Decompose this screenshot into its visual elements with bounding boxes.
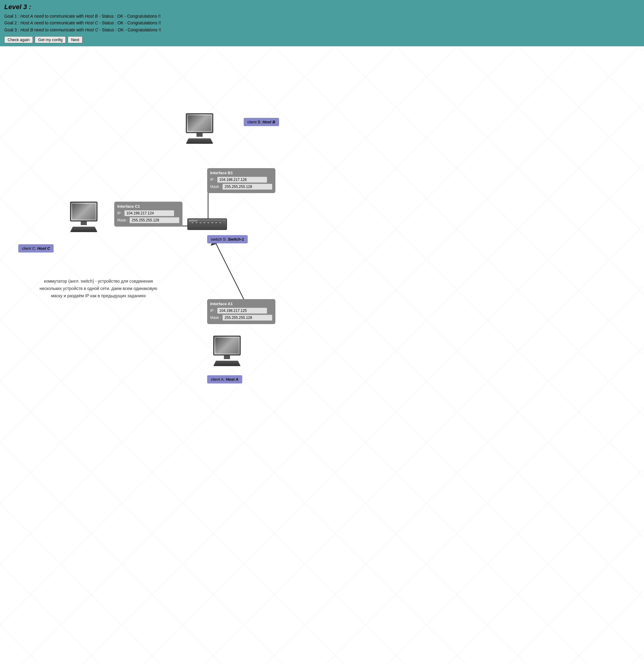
interface-b1-box: Interface B1 IP : Mask : xyxy=(207,168,275,193)
info-text: коммутатор (англ. switch) - устройство д… xyxy=(40,278,157,299)
check-again-button[interactable]: Check again xyxy=(4,36,33,43)
interface-a1-ip[interactable] xyxy=(217,308,267,314)
interface-b1-ip[interactable] xyxy=(217,177,267,183)
switch-s-label: switch S: Switch-1 xyxy=(207,235,248,243)
button-row: Check again Get my config Next xyxy=(4,36,640,43)
goal-2: Goal 2 : Host A need to communicate with… xyxy=(4,20,640,26)
header: Level 3 : Goal 1 : Host A need to commun… xyxy=(0,0,644,46)
switch-s-icon: NetGear xyxy=(187,219,227,235)
client-c-label: client C: Host C xyxy=(18,244,54,252)
host-b-computer xyxy=(183,113,216,147)
client-a-label: client A: Host A xyxy=(207,375,242,383)
network-canvas: client B: Host B Interface B1 IP : Mask … xyxy=(0,46,644,664)
interface-a1-box: Interface A1 IP : Mask : xyxy=(207,299,275,324)
connection-lines xyxy=(0,46,644,664)
interface-c1-box: Interface C1 IP : Mask : xyxy=(114,202,183,227)
next-button[interactable]: Next xyxy=(68,36,83,43)
goal-3: Goal 3 : Host B need to communicate with… xyxy=(4,26,640,33)
host-c-computer xyxy=(67,202,101,235)
client-b-label: client B: Host B xyxy=(244,118,279,126)
interface-a1-mask[interactable] xyxy=(222,315,272,321)
interface-b1-mask[interactable] xyxy=(222,184,272,190)
goal-1: Goal 1 : Host A need to communicate with… xyxy=(4,13,640,20)
interface-c1-mask[interactable] xyxy=(129,217,180,223)
page-title: Level 3 : xyxy=(4,3,640,11)
get-my-config-button[interactable]: Get my config xyxy=(35,36,66,43)
host-a-computer xyxy=(210,336,244,369)
interface-c1-ip[interactable] xyxy=(124,210,174,216)
